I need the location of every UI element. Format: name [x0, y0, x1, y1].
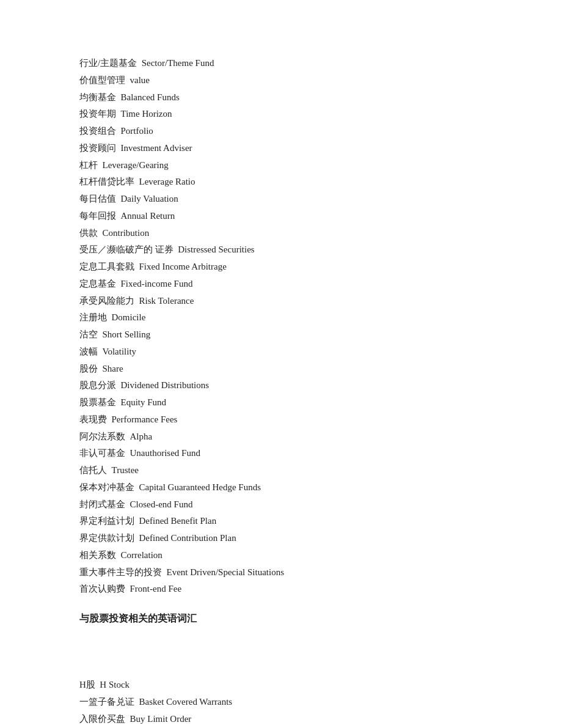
list-item: 保本对冲基金 Capital Guaranteed Hedge Funds	[79, 479, 483, 496]
secondary-term-list: H股 H Stock一篮子备兑证 Basket Covered Warrants…	[79, 677, 483, 728]
list-item: 阿尔法系数 Alpha	[79, 428, 483, 446]
main-term-list: 行业/主题基金 Sector/Theme Fund价值型管理 value均衡基金…	[79, 55, 483, 598]
section-heading: 与股票投资相关的英语词汇	[79, 612, 483, 625]
list-item: 信托人 Trustee	[79, 462, 483, 479]
list-item: 界定利益计划 Defined Benefit Plan	[79, 513, 483, 530]
list-item: 均衡基金 Balanced Funds	[79, 89, 483, 106]
list-item: 承受风险能力 Risk Tolerance	[79, 293, 483, 310]
list-item: 行业/主题基金 Sector/Theme Fund	[79, 55, 483, 72]
list-item: 界定供款计划 Defined Contribution Plan	[79, 530, 483, 547]
list-item: 沽空 Short Selling	[79, 326, 483, 344]
list-item: 投资顾问 Investment Adviser	[79, 140, 483, 157]
list-item: 一篮子备兑证 Basket Covered Warrants	[79, 694, 483, 711]
list-item: H股 H Stock	[79, 677, 483, 694]
list-item: 杠杆借贷比率 Leverage Ratio	[79, 174, 483, 191]
list-item: 封闭式基金 Closed-end Fund	[79, 496, 483, 513]
list-item: 定息基金 Fixed-income Fund	[79, 276, 483, 293]
list-item: 首次认购费 Front-end Fee	[79, 581, 483, 598]
list-item: 定息工具套戥 Fixed Income Arbitrage	[79, 259, 483, 276]
list-item: 投资组合 Portfolio	[79, 123, 483, 140]
list-item: 价值型管理 value	[79, 72, 483, 89]
list-item: 每日估值 Daily Valuation	[79, 191, 483, 208]
list-item: 杠杆 Leverage/Gearing	[79, 157, 483, 174]
list-item: 相关系数 Correlation	[79, 547, 483, 564]
list-item: 股份 Share	[79, 361, 483, 378]
list-item: 注册地 Domicile	[79, 309, 483, 326]
list-item: 股票基金 Equity Fund	[79, 394, 483, 411]
list-item: 非认可基金 Unauthorised Fund	[79, 445, 483, 462]
list-item: 供款 Contribution	[79, 225, 483, 242]
list-item: 股息分派 Dividened Distributions	[79, 377, 483, 394]
list-item: 入限价买盘 Buy Limit Order	[79, 711, 483, 728]
list-item: 投资年期 Time Horizon	[79, 106, 483, 123]
list-item: 受压／濒临破产的 证券 Distressed Securities	[79, 241, 483, 259]
list-item: 表现费 Performance Fees	[79, 411, 483, 428]
list-item: 波幅 Volatility	[79, 344, 483, 361]
list-item: 重大事件主导的投资 Event Driven/Special Situation…	[79, 564, 483, 581]
spacer	[79, 640, 483, 677]
list-item: 每年回报 Annual Return	[79, 208, 483, 225]
